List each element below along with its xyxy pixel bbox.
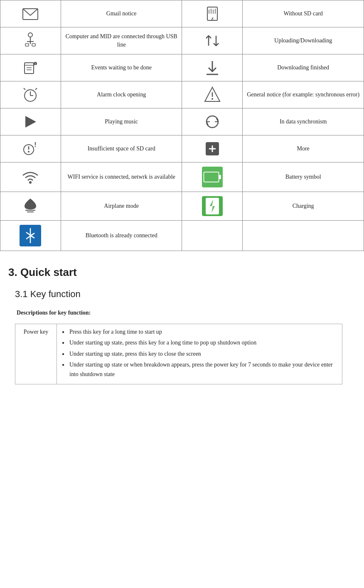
table-row: Computer and MID are connected through U… <box>0 27 364 54</box>
table-row: Alarm clock opening General notice (for … <box>0 81 364 108</box>
right-desc-2: Downloading finished <box>243 54 364 81</box>
table-row: WIFI service is connected, netwrk is ava… <box>0 162 364 192</box>
svg-rect-40 <box>204 172 218 182</box>
svg-text:✗: ✗ <box>211 17 214 21</box>
right-desc-6: Battery symbol <box>243 162 364 192</box>
left-icon-2: ! <box>0 54 61 81</box>
right-icon-2 <box>182 54 243 81</box>
svg-line-26 <box>35 88 37 90</box>
svg-line-25 <box>24 88 25 90</box>
key-function-table: Power keyPress this key for a long time … <box>15 324 342 384</box>
left-desc-2: Events waiting to be done <box>61 54 182 81</box>
right-desc-3: General notice (for example: synchronous… <box>243 81 364 108</box>
right-desc-5: More <box>243 135 364 162</box>
key-desc-item: Under starting up state, press this key … <box>62 338 337 347</box>
section-3-heading: 3. Quick start <box>8 266 364 279</box>
desc-label: Descriptions for key function: <box>17 310 364 316</box>
left-desc-5: Insufficient space of SD card <box>61 135 182 162</box>
right-desc-1: Uploading/Downloading <box>243 27 364 54</box>
right-icon-3 <box>182 81 243 108</box>
left-desc-4: Playing music <box>61 108 182 135</box>
key-desc-item: Under starting up state or when breakdow… <box>62 360 337 379</box>
svg-marker-30 <box>25 116 36 128</box>
left-desc-3: Alarm clock opening <box>61 81 182 108</box>
icon-reference-table: Gmail notice ✗ Without SD card Computer … <box>0 0 364 251</box>
right-desc-8 <box>243 221 364 251</box>
table-row: ! Insufficient space of SD card More <box>0 135 364 162</box>
right-icon-6 <box>182 162 243 192</box>
key-name: Power key <box>15 324 57 384</box>
left-icon-3 <box>0 81 61 108</box>
table-row: Bluetooth is already connected <box>0 221 364 251</box>
key-desc: Press this key for a long time to start … <box>57 324 342 384</box>
left-icon-7 <box>0 192 61 221</box>
table-row: Gmail notice ✗ Without SD card <box>0 0 364 27</box>
svg-point-29 <box>212 98 213 100</box>
right-desc-7: Charging <box>243 192 364 221</box>
svg-point-38 <box>29 181 32 184</box>
key-desc-item: Under starting up state, press this key … <box>62 349 337 359</box>
table-row: Airplane mode Charging <box>0 192 364 221</box>
key-table-row: Power keyPress this key for a long time … <box>15 324 342 384</box>
left-icon-8 <box>0 221 61 251</box>
left-desc-1: Computer and MID are connected through U… <box>61 27 182 54</box>
right-icon-5 <box>182 135 243 162</box>
left-desc-6: WIFI service is connected, netwrk is ava… <box>61 162 182 192</box>
left-icon-0 <box>0 0 61 27</box>
right-icon-0: ✗ <box>182 0 243 27</box>
left-icon-4 <box>0 108 61 135</box>
svg-point-7 <box>28 33 32 37</box>
svg-point-33 <box>28 151 30 153</box>
svg-text:!: ! <box>34 141 37 148</box>
svg-rect-41 <box>219 175 221 179</box>
table-row: ! Events waiting to be done Downloading … <box>0 54 364 81</box>
svg-text:!: ! <box>35 62 36 66</box>
svg-rect-10 <box>25 44 29 46</box>
right-desc-4: In data synchronism <box>243 108 364 135</box>
key-desc-item: Press this key for a long time to start … <box>62 327 337 337</box>
left-desc-8: Bluetooth is already connected <box>61 221 182 251</box>
left-icon-1 <box>0 27 61 54</box>
section-3-sub: 3.1 Key function <box>15 289 364 300</box>
right-icon-1 <box>182 27 243 54</box>
right-desc-0: Without SD card <box>243 0 364 27</box>
right-icon-4 <box>182 108 243 135</box>
svg-rect-11 <box>32 44 35 46</box>
left-desc-0: Gmail notice <box>61 0 182 27</box>
table-row: Playing music In data synchronism <box>0 108 364 135</box>
left-desc-7: Airplane mode <box>61 192 182 221</box>
svg-rect-45 <box>206 198 219 214</box>
right-icon-8 <box>182 221 243 251</box>
svg-rect-14 <box>25 63 34 74</box>
left-icon-6 <box>0 162 61 192</box>
left-icon-5: ! <box>0 135 61 162</box>
right-icon-7 <box>182 192 243 221</box>
